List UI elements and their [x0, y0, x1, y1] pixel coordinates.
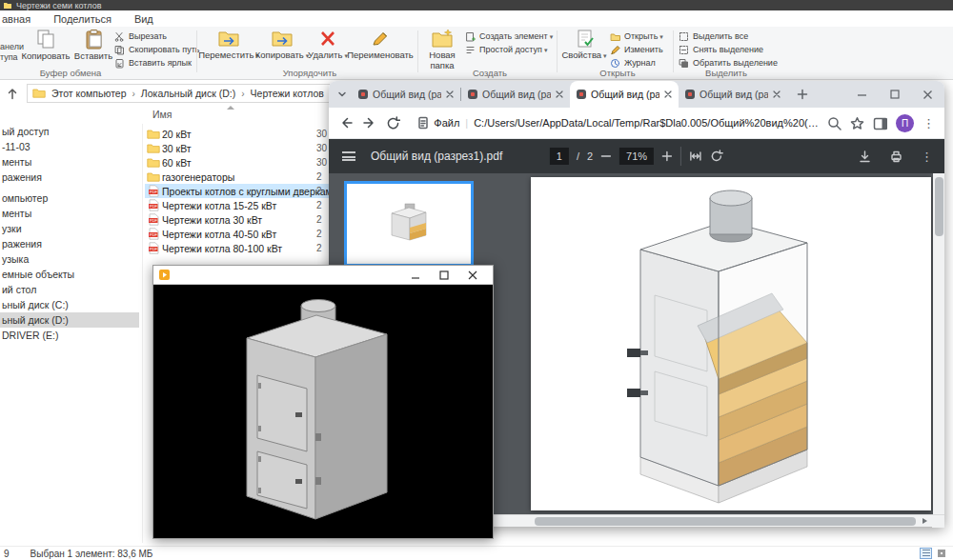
sidebar-item-pictures-2[interactable]: ражения	[0, 236, 142, 251]
new-folder-button[interactable]: Новая папка	[423, 29, 461, 70]
pdf-document-title: Общий вид (разрез1).pdf	[371, 139, 502, 173]
easy-access-button[interactable]: Простой доступ	[465, 44, 553, 55]
breadcrumb-disk-d[interactable]: Локальный диск (D:)	[139, 88, 237, 99]
ribbon-divider	[557, 30, 558, 72]
viewer-maximize-button[interactable]	[430, 266, 458, 285]
select-all-button[interactable]: Выделить все	[679, 30, 778, 42]
tab-close-icon[interactable]	[446, 90, 454, 98]
browser-tab[interactable]: Общий вид (разр	[679, 81, 787, 108]
rename-button[interactable]: Переименовать	[349, 29, 412, 70]
sidebar-item-driver-e[interactable]: DRIVER (E:)	[0, 328, 142, 343]
sidebar-item-pictures[interactable]: ражения	[0, 170, 142, 185]
move-to-button[interactable]: Переместить	[202, 29, 255, 70]
ribbon-divider	[417, 30, 418, 72]
sidebar-item-3d-objects[interactable]: емные объекты	[0, 267, 142, 282]
delete-button[interactable]: Удалить	[309, 29, 347, 70]
vertical-scrollbar-thumb[interactable]	[935, 177, 943, 236]
breadcrumb-boiler-drawings[interactable]: Чертежи котлов	[249, 88, 326, 99]
address-bar[interactable]: Файл | C:/Users/User/AppData/Local/Temp/…	[416, 116, 819, 130]
sidebar-item-documents[interactable]: менты	[0, 154, 142, 170]
browser-tab[interactable]: Общий вид (разр	[352, 81, 460, 108]
zoom-level[interactable]: 71%	[619, 148, 654, 165]
sidebar-item-this-pc[interactable]: омпьютер	[0, 190, 142, 206]
rename-icon	[371, 29, 390, 49]
pdf-toolbar: Общий вид (разрез1).pdf 1 / 2 71% ⋮	[329, 139, 944, 173]
copy-button[interactable]: Копировать	[21, 29, 71, 70]
viewer-close-button[interactable]	[458, 266, 487, 285]
copy-path-button[interactable]: Скопировать путь	[114, 44, 199, 55]
pdf-favicon	[577, 90, 586, 99]
ribbon-tab-view[interactable]: Вид	[123, 13, 165, 25]
cut-button[interactable]: Вырезать	[114, 30, 199, 42]
paste-icon	[83, 29, 105, 50]
maximize-button[interactable]	[890, 90, 900, 99]
rotate-button[interactable]	[710, 150, 723, 163]
browser-tab-active[interactable]: Общий вид (разр	[570, 81, 679, 108]
sidebar-item-documents-2[interactable]: менты	[0, 206, 142, 221]
pdf-vertical-scrollbar	[933, 173, 944, 514]
download-button[interactable]	[858, 150, 872, 164]
horizontal-scrollbar-thumb[interactable]	[535, 517, 916, 526]
close-button[interactable]	[923, 90, 933, 100]
bookmark-star-icon[interactable]	[850, 116, 864, 130]
print-button[interactable]	[889, 150, 903, 164]
zoom-out-button[interactable]	[600, 150, 612, 162]
back-button[interactable]	[338, 115, 354, 130]
viewer-minimize-button[interactable]	[401, 266, 430, 285]
sidebar-item-dated-folder[interactable]: -11-03	[0, 139, 142, 154]
sidebar-item-quick-access[interactable]: ый доступ	[0, 124, 142, 139]
browser-tab[interactable]: Общий вид (разр	[461, 81, 570, 108]
pdf-menu-icon[interactable]	[342, 151, 355, 161]
file-scheme-chip: Файл	[434, 117, 459, 129]
forward-button[interactable]	[362, 115, 377, 130]
edit-button[interactable]: Изменить	[610, 44, 663, 55]
reload-button[interactable]	[386, 116, 400, 130]
history-icon	[610, 58, 620, 69]
pdf-more-menu-icon[interactable]: ⋮	[921, 150, 933, 163]
breadcrumb-this-pc[interactable]: Этот компьютер	[50, 88, 129, 99]
sidebar-item-disk-c[interactable]: ьный диск (C:)	[0, 297, 142, 312]
tab-close-icon[interactable]	[773, 90, 781, 98]
tab-close-icon[interactable]	[556, 90, 563, 98]
browser-menu-icon[interactable]: ⋮	[923, 117, 935, 130]
select-none-button[interactable]: Снять выделение	[679, 44, 778, 55]
pdf-favicon	[685, 90, 695, 99]
properties-button[interactable]: Свойства	[562, 29, 606, 70]
up-button[interactable]	[6, 87, 19, 100]
sidebar-item-desktop[interactable]: ий стол	[0, 282, 142, 297]
scroll-right-arrow[interactable]	[923, 518, 927, 524]
open-group-label: Открыть	[562, 68, 673, 78]
tab-search-chevron-icon[interactable]	[336, 89, 348, 100]
properties-icon	[575, 29, 595, 49]
thumbnails-view-button[interactable]	[935, 548, 947, 559]
sidebar-item-music[interactable]: узыка	[0, 251, 142, 267]
sidebar-item-downloads[interactable]: узки	[0, 221, 142, 236]
copy-to-button[interactable]: Копировать	[257, 29, 307, 70]
page-thumbnail-selected[interactable]	[344, 181, 474, 267]
sidebar-item-disk-d[interactable]: ьный диск (D:)	[0, 312, 139, 328]
ribbon-tab-home[interactable]: авная	[0, 13, 42, 25]
pdf-favicon	[358, 90, 368, 99]
column-header-name[interactable]: Имя	[152, 109, 172, 120]
profile-avatar[interactable]: П	[896, 114, 914, 132]
zoom-magnifier-icon[interactable]	[827, 116, 841, 130]
ribbon-tab-strip: авная Поделиться Вид	[0, 10, 953, 27]
boiler-cutaway-drawing	[612, 181, 850, 505]
new-tab-button[interactable]	[797, 89, 808, 100]
zoom-in-button[interactable]	[661, 150, 673, 162]
svg-text:PDF: PDF	[150, 218, 158, 223]
minimize-button[interactable]	[857, 90, 867, 100]
details-view-button[interactable]	[920, 548, 932, 559]
page-number-input[interactable]: 1	[550, 148, 569, 165]
explorer-app-icon	[4, 2, 11, 9]
pdf-file-icon: PDF	[149, 199, 159, 211]
ribbon-tab-share[interactable]: Поделиться	[42, 13, 123, 25]
new-item-button[interactable]: Создать элемент	[465, 30, 553, 42]
paste-button[interactable]: Вставить	[72, 29, 114, 70]
side-panel-icon[interactable]	[873, 116, 887, 130]
url-text[interactable]: C:/Users/User/AppData/Local/Temp/Rar$Dla…	[474, 117, 819, 129]
explorer-window-title: Чертежи семи котлов	[16, 1, 101, 10]
fit-to-page-button[interactable]	[689, 150, 702, 163]
tab-close-icon[interactable]	[664, 90, 672, 98]
open-button[interactable]: Открыть	[610, 30, 663, 42]
